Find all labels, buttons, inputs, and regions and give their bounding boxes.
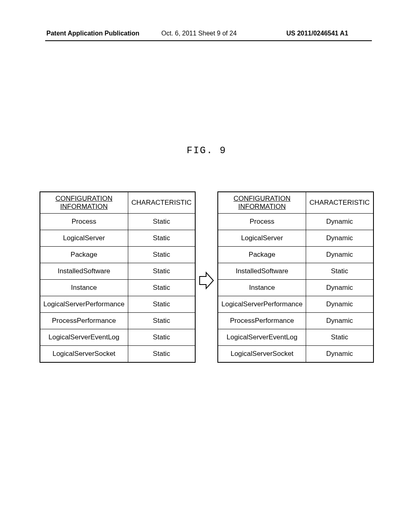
- figure-title: FIG. 9: [0, 145, 413, 156]
- header-patent-number: US 2011/0246541 A1: [286, 30, 348, 37]
- char-cell: Static: [128, 247, 195, 263]
- config-cell: Package: [40, 247, 128, 263]
- config-cell: Instance: [40, 280, 128, 296]
- table-row: ProcessDynamic: [218, 214, 373, 230]
- char-cell: Static: [128, 230, 195, 247]
- char-cell: Dynamic: [306, 280, 373, 296]
- char-cell: Static: [128, 280, 195, 296]
- left-table-header-char: CHARACTERISTIC: [128, 192, 195, 214]
- char-cell: Dynamic: [306, 313, 373, 329]
- table-row: InstalledSoftwareStatic: [218, 263, 373, 280]
- table-row: ProcessStatic: [40, 214, 196, 230]
- table-row: InstanceStatic: [40, 280, 196, 296]
- right-table-header-char: CHARACTERISTIC: [306, 192, 373, 214]
- table-row: LogicalServerPerformanceStatic: [40, 296, 196, 313]
- config-cell: LogicalServer: [218, 230, 306, 247]
- config-cell: LogicalServerSocket: [218, 346, 306, 363]
- char-cell: Dynamic: [306, 247, 373, 263]
- left-table: CONFIGURATION INFORMATION CHARACTERISTIC…: [40, 191, 196, 363]
- table-row: LogicalServerPerformanceDynamic: [218, 296, 373, 313]
- char-cell: Static: [128, 214, 195, 230]
- config-cell: ProcessPerformance: [218, 313, 306, 329]
- table-row: LogicalServerSocketStatic: [40, 346, 196, 363]
- char-cell: Static: [306, 263, 373, 280]
- table-row: PackageDynamic: [218, 247, 373, 263]
- right-table-header-config: CONFIGURATION INFORMATION: [218, 192, 306, 214]
- tables-container: CONFIGURATION INFORMATION CHARACTERISTIC…: [0, 191, 413, 363]
- config-cell: LogicalServerPerformance: [40, 296, 128, 313]
- config-cell: InstalledSoftware: [218, 263, 306, 280]
- config-cell: Process: [40, 214, 128, 230]
- config-cell: Instance: [218, 280, 306, 296]
- char-cell: Dynamic: [306, 296, 373, 313]
- config-cell: Process: [218, 214, 306, 230]
- table-row: LogicalServerSocketDynamic: [218, 346, 373, 363]
- config-cell: LogicalServerPerformance: [218, 296, 306, 313]
- config-cell: LogicalServerSocket: [40, 346, 128, 363]
- transition-arrow-icon: [199, 270, 214, 292]
- char-cell: Static: [128, 346, 195, 363]
- config-cell: InstalledSoftware: [40, 263, 128, 280]
- table-row: LogicalServerEventLogStatic: [40, 329, 196, 346]
- table-row: PackageStatic: [40, 247, 196, 263]
- header-divider: [45, 40, 372, 41]
- config-cell: LogicalServerEventLog: [40, 329, 128, 346]
- table-row: LogicalServerDynamic: [218, 230, 373, 247]
- config-cell: Package: [218, 247, 306, 263]
- char-cell: Dynamic: [306, 214, 373, 230]
- header-sheet-info: Oct. 6, 2011 Sheet 9 of 24: [161, 30, 237, 37]
- table-row: InstalledSoftwareStatic: [40, 263, 196, 280]
- char-cell: Static: [128, 329, 195, 346]
- char-cell: Dynamic: [306, 230, 373, 247]
- char-cell: Static: [128, 313, 195, 329]
- char-cell: Static: [128, 263, 195, 280]
- table-row: ProcessPerformanceStatic: [40, 313, 196, 329]
- char-cell: Static: [306, 329, 373, 346]
- char-cell: Static: [128, 296, 195, 313]
- config-cell: ProcessPerformance: [40, 313, 128, 329]
- right-table: CONFIGURATION INFORMATION CHARACTERISTIC…: [217, 191, 374, 363]
- config-cell: LogicalServerEventLog: [218, 329, 306, 346]
- char-cell: Dynamic: [306, 346, 373, 363]
- left-table-header-config: CONFIGURATION INFORMATION: [40, 192, 128, 214]
- table-row: LogicalServerStatic: [40, 230, 196, 247]
- table-row: LogicalServerEventLogStatic: [218, 329, 373, 346]
- config-cell: LogicalServer: [40, 230, 128, 247]
- table-row: ProcessPerformanceDynamic: [218, 313, 373, 329]
- header-publication: Patent Application Publication: [46, 30, 140, 37]
- table-row: InstanceDynamic: [218, 280, 373, 296]
